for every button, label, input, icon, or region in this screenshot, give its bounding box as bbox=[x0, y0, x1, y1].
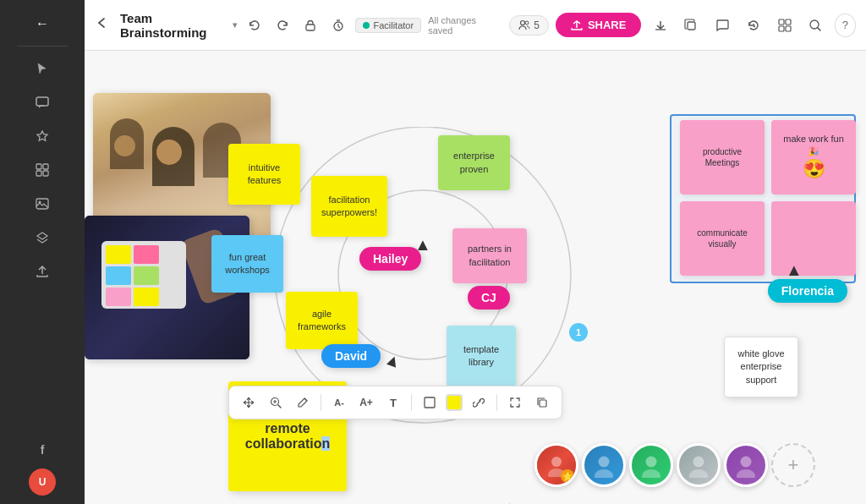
color-picker-swatch[interactable] bbox=[446, 394, 463, 411]
duplicate-btn[interactable] bbox=[531, 392, 553, 414]
image-btn[interactable] bbox=[27, 189, 58, 219]
svg-rect-7 bbox=[306, 25, 315, 30]
participant-2[interactable] bbox=[582, 443, 626, 487]
sticky-enterprise[interactable]: enterprise proven bbox=[438, 135, 510, 190]
chat-btn[interactable] bbox=[710, 12, 735, 39]
facilitator-dot bbox=[363, 22, 370, 29]
export-btn[interactable] bbox=[27, 256, 58, 287]
user-name: Florencia bbox=[781, 284, 834, 298]
back-arrow[interactable] bbox=[95, 15, 110, 35]
user-label-florencia: Florencia bbox=[768, 279, 847, 303]
svg-rect-20 bbox=[425, 397, 435, 408]
star-btn[interactable] bbox=[27, 121, 58, 151]
add-participant-btn[interactable]: + bbox=[771, 443, 815, 487]
participant-5[interactable] bbox=[724, 443, 768, 487]
sticky-agile[interactable]: agile frameworks bbox=[286, 292, 358, 349]
toolbar-divider-2 bbox=[411, 394, 412, 411]
grid-view-btn[interactable] bbox=[772, 12, 797, 39]
expand-btn[interactable] bbox=[504, 392, 526, 414]
timer-btn[interactable] bbox=[327, 14, 348, 37]
svg-rect-4 bbox=[43, 171, 48, 176]
user-label-hailey: Hailey bbox=[359, 247, 421, 271]
back-btn[interactable]: ← bbox=[27, 8, 58, 39]
svg-point-31 bbox=[737, 469, 755, 478]
undo-btn[interactable] bbox=[244, 14, 265, 37]
history-btn[interactable] bbox=[742, 12, 766, 39]
svg-rect-12 bbox=[779, 19, 784, 25]
download-btn[interactable] bbox=[648, 12, 672, 39]
shape-btn[interactable] bbox=[419, 392, 441, 414]
svg-rect-15 bbox=[786, 26, 791, 31]
sticky-enterprise-support[interactable]: white glove enterprise support bbox=[724, 337, 798, 397]
sticky-communicate[interactable]: communicate visually bbox=[680, 201, 765, 276]
participants-row: ⭐ bbox=[534, 443, 815, 487]
sticky-facilitation[interactable]: facilitation superpowers! bbox=[311, 176, 387, 237]
user-avatar[interactable]: U bbox=[29, 468, 56, 496]
svg-rect-3 bbox=[36, 171, 41, 176]
move-tool-btn[interactable] bbox=[238, 392, 260, 414]
sticky-productive[interactable]: productive Meetings bbox=[680, 120, 765, 194]
users-count[interactable]: 5 bbox=[509, 15, 549, 36]
sticky-text: intuitive features bbox=[235, 162, 293, 188]
zoom-select-btn[interactable] bbox=[265, 392, 287, 414]
sticky-text: fun great workshops bbox=[218, 251, 277, 277]
sticky-template[interactable]: template library bbox=[447, 326, 516, 386]
svg-rect-5 bbox=[36, 199, 48, 209]
facilitator-badge: Facilitator bbox=[355, 18, 421, 33]
sticky-intuitive-features[interactable]: intuitive features bbox=[228, 144, 300, 205]
badge-1: 1 bbox=[569, 323, 588, 342]
link-btn[interactable] bbox=[468, 392, 490, 414]
sticky-text: remotecollaboration bbox=[245, 421, 330, 452]
facilitator-label: Facilitator bbox=[373, 20, 414, 30]
layers-btn[interactable] bbox=[27, 222, 58, 253]
sticky-partners[interactable]: partners in facilitation bbox=[452, 228, 527, 283]
pen-btn[interactable] bbox=[292, 392, 314, 414]
sticky-text: template library bbox=[453, 343, 509, 370]
participant-1[interactable]: ⭐ bbox=[534, 443, 578, 487]
text-format-btn[interactable]: T bbox=[382, 392, 404, 414]
comment-btn[interactable] bbox=[27, 87, 58, 118]
redo-btn[interactable] bbox=[271, 14, 293, 37]
increase-font-btn[interactable]: A+ bbox=[355, 392, 377, 414]
svg-rect-11 bbox=[688, 22, 695, 30]
sticky-text: enterprise proven bbox=[445, 150, 503, 176]
sticky-fun[interactable]: make work fun 🎉😍 bbox=[771, 120, 856, 194]
board-title-chevron[interactable]: ▾ bbox=[233, 20, 237, 30]
add-participant-icon: + bbox=[788, 454, 799, 476]
users-count-number: 5 bbox=[534, 19, 540, 31]
cursor-tool-btn[interactable] bbox=[27, 53, 58, 84]
user-name: Hailey bbox=[373, 252, 408, 266]
user-label-david: David bbox=[321, 344, 381, 368]
participant-3[interactable] bbox=[629, 443, 673, 487]
help-btn[interactable]: ? bbox=[835, 14, 856, 37]
sticky-text: communicate visually bbox=[687, 227, 758, 249]
user-name: CJ bbox=[481, 291, 496, 304]
lock-btn[interactable] bbox=[299, 14, 321, 37]
toolbar-divider-1 bbox=[321, 394, 321, 411]
facebook-btn[interactable]: f bbox=[27, 435, 58, 465]
svg-point-29 bbox=[689, 469, 708, 478]
sticky-empty[interactable] bbox=[771, 201, 856, 276]
participant-4[interactable] bbox=[677, 443, 721, 487]
svg-rect-1 bbox=[36, 164, 41, 169]
svg-rect-0 bbox=[36, 97, 48, 106]
board-title-text: Team Brainstorming bbox=[120, 11, 229, 40]
svg-point-28 bbox=[693, 457, 704, 468]
svg-point-24 bbox=[599, 457, 610, 468]
sidebar: ← bbox=[0, 0, 85, 504]
grid-btn[interactable] bbox=[27, 155, 58, 185]
user-name: David bbox=[335, 349, 367, 363]
canvas-area[interactable]: intuitive features facilitation superpow… bbox=[85, 51, 866, 504]
zoom-btn[interactable] bbox=[803, 12, 828, 39]
participant-star: ⭐ bbox=[561, 469, 574, 483]
copy-board-btn[interactable] bbox=[679, 12, 704, 39]
decrease-font-btn[interactable]: A- bbox=[328, 392, 350, 414]
svg-rect-14 bbox=[779, 26, 784, 31]
board-title-container: Team Brainstorming ▾ bbox=[120, 11, 237, 40]
sticky-text: make work fun 🎉😍 bbox=[778, 133, 849, 181]
sticky-text: facilitation superpowers! bbox=[318, 194, 381, 220]
sticky-workshops[interactable]: fun great workshops bbox=[211, 235, 283, 293]
sticky-text: productive Meetings bbox=[687, 146, 758, 168]
svg-rect-13 bbox=[786, 19, 791, 25]
share-button[interactable]: SHARE bbox=[556, 13, 642, 37]
